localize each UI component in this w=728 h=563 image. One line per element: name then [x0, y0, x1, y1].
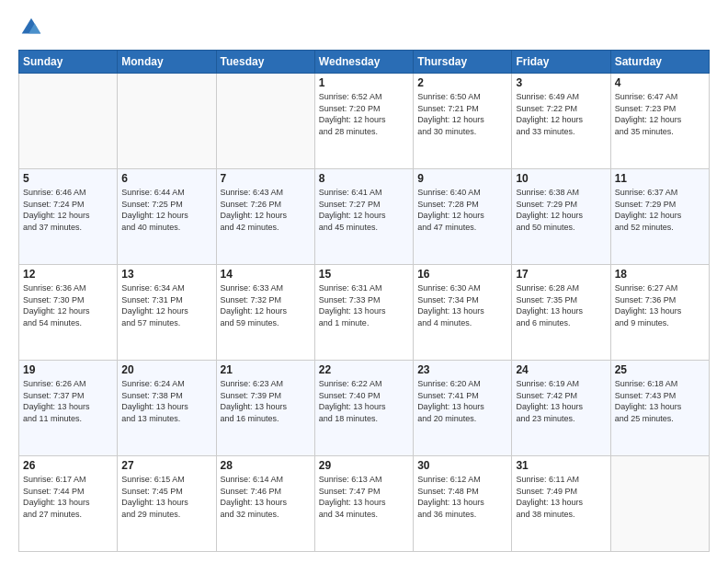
calendar-cell: 5Sunrise: 6:46 AM Sunset: 7:24 PM Daylig…: [19, 169, 118, 265]
col-header-sunday: Sunday: [19, 51, 118, 74]
day-info: Sunrise: 6:14 AM Sunset: 7:46 PM Dayligh…: [221, 474, 311, 520]
day-info: Sunrise: 6:40 AM Sunset: 7:28 PM Dayligh…: [417, 187, 507, 233]
calendar-cell: 26Sunrise: 6:17 AM Sunset: 7:44 PM Dayli…: [19, 456, 118, 552]
day-info: Sunrise: 6:33 AM Sunset: 7:32 PM Dayligh…: [221, 282, 311, 328]
day-number: 31: [516, 459, 606, 472]
day-info: Sunrise: 6:15 AM Sunset: 7:45 PM Dayligh…: [121, 474, 211, 520]
day-number: 3: [516, 76, 606, 89]
day-info: Sunrise: 6:34 AM Sunset: 7:31 PM Dayligh…: [121, 282, 211, 328]
calendar-cell: [216, 74, 314, 169]
calendar-cell: 7Sunrise: 6:43 AM Sunset: 7:26 PM Daylig…: [216, 169, 314, 265]
day-number: 6: [121, 172, 211, 185]
logo-icon: [18, 15, 44, 40]
calendar-cell: 9Sunrise: 6:40 AM Sunset: 7:28 PM Daylig…: [414, 169, 512, 265]
day-info: Sunrise: 6:22 AM Sunset: 7:40 PM Dayligh…: [319, 378, 409, 424]
calendar-cell: 16Sunrise: 6:30 AM Sunset: 7:34 PM Dayli…: [414, 265, 512, 361]
calendar-cell: 25Sunrise: 6:18 AM Sunset: 7:43 PM Dayli…: [610, 361, 709, 456]
day-info: Sunrise: 6:11 AM Sunset: 7:49 PM Dayligh…: [516, 474, 606, 520]
calendar-cell: 3Sunrise: 6:49 AM Sunset: 7:22 PM Daylig…: [512, 74, 610, 169]
day-number: 7: [221, 172, 311, 185]
calendar-cell: 23Sunrise: 6:20 AM Sunset: 7:41 PM Dayli…: [414, 361, 512, 456]
day-number: 4: [615, 76, 705, 89]
calendar-cell: 4Sunrise: 6:47 AM Sunset: 7:23 PM Daylig…: [610, 74, 709, 169]
day-number: 1: [319, 76, 409, 89]
col-header-wednesday: Wednesday: [314, 51, 413, 74]
day-info: Sunrise: 6:30 AM Sunset: 7:34 PM Dayligh…: [417, 282, 507, 328]
day-number: 25: [615, 363, 705, 376]
logo: [18, 15, 48, 40]
calendar-cell: 22Sunrise: 6:22 AM Sunset: 7:40 PM Dayli…: [314, 361, 413, 456]
day-number: 21: [221, 363, 311, 376]
calendar-cell: 31Sunrise: 6:11 AM Sunset: 7:49 PM Dayli…: [512, 456, 610, 552]
day-number: 30: [417, 459, 507, 472]
calendar-cell: 13Sunrise: 6:34 AM Sunset: 7:31 PM Dayli…: [118, 265, 216, 361]
calendar-week-3: 12Sunrise: 6:36 AM Sunset: 7:30 PM Dayli…: [19, 265, 710, 361]
calendar-cell: 17Sunrise: 6:28 AM Sunset: 7:35 PM Dayli…: [512, 265, 610, 361]
calendar-cell: 24Sunrise: 6:19 AM Sunset: 7:42 PM Dayli…: [512, 361, 610, 456]
day-number: 11: [615, 172, 705, 185]
day-info: Sunrise: 6:41 AM Sunset: 7:27 PM Dayligh…: [319, 187, 409, 233]
day-info: Sunrise: 6:17 AM Sunset: 7:44 PM Dayligh…: [23, 474, 113, 520]
day-info: Sunrise: 6:49 AM Sunset: 7:22 PM Dayligh…: [516, 91, 606, 137]
day-number: 8: [319, 172, 409, 185]
calendar-cell: [19, 74, 118, 169]
col-header-friday: Friday: [512, 51, 610, 74]
day-number: 29: [319, 459, 409, 472]
day-number: 12: [23, 268, 113, 281]
calendar-cell: 19Sunrise: 6:26 AM Sunset: 7:37 PM Dayli…: [19, 361, 118, 456]
calendar-cell: 28Sunrise: 6:14 AM Sunset: 7:46 PM Dayli…: [216, 456, 314, 552]
calendar-cell: 27Sunrise: 6:15 AM Sunset: 7:45 PM Dayli…: [118, 456, 216, 552]
day-number: 22: [319, 363, 409, 376]
day-number: 13: [121, 268, 211, 281]
day-info: Sunrise: 6:28 AM Sunset: 7:35 PM Dayligh…: [516, 282, 606, 328]
day-number: 19: [23, 363, 113, 376]
day-info: Sunrise: 6:24 AM Sunset: 7:38 PM Dayligh…: [121, 378, 211, 424]
calendar-cell: [610, 456, 709, 552]
day-number: 24: [516, 363, 606, 376]
calendar-cell: 12Sunrise: 6:36 AM Sunset: 7:30 PM Dayli…: [19, 265, 118, 361]
day-info: Sunrise: 6:44 AM Sunset: 7:25 PM Dayligh…: [121, 187, 211, 233]
header: [18, 15, 710, 40]
calendar-cell: 20Sunrise: 6:24 AM Sunset: 7:38 PM Dayli…: [118, 361, 216, 456]
day-info: Sunrise: 6:19 AM Sunset: 7:42 PM Dayligh…: [516, 378, 606, 424]
calendar-week-2: 5Sunrise: 6:46 AM Sunset: 7:24 PM Daylig…: [19, 169, 710, 265]
day-info: Sunrise: 6:37 AM Sunset: 7:29 PM Dayligh…: [615, 187, 705, 233]
day-number: 17: [516, 268, 606, 281]
day-number: 15: [319, 268, 409, 281]
calendar-cell: 29Sunrise: 6:13 AM Sunset: 7:47 PM Dayli…: [314, 456, 413, 552]
day-info: Sunrise: 6:18 AM Sunset: 7:43 PM Dayligh…: [615, 378, 705, 424]
col-header-monday: Monday: [118, 51, 216, 74]
day-number: 16: [417, 268, 507, 281]
calendar-cell: 6Sunrise: 6:44 AM Sunset: 7:25 PM Daylig…: [118, 169, 216, 265]
col-header-thursday: Thursday: [414, 51, 512, 74]
calendar-cell: 1Sunrise: 6:52 AM Sunset: 7:20 PM Daylig…: [314, 74, 413, 169]
calendar-cell: 8Sunrise: 6:41 AM Sunset: 7:27 PM Daylig…: [314, 169, 413, 265]
calendar-week-5: 26Sunrise: 6:17 AM Sunset: 7:44 PM Dayli…: [19, 456, 710, 552]
day-info: Sunrise: 6:36 AM Sunset: 7:30 PM Dayligh…: [23, 282, 113, 328]
day-number: 2: [417, 76, 507, 89]
calendar-cell: 14Sunrise: 6:33 AM Sunset: 7:32 PM Dayli…: [216, 265, 314, 361]
calendar-header-row: SundayMondayTuesdayWednesdayThursdayFrid…: [19, 51, 710, 74]
day-number: 28: [221, 459, 311, 472]
day-info: Sunrise: 6:23 AM Sunset: 7:39 PM Dayligh…: [221, 378, 311, 424]
day-number: 18: [615, 268, 705, 281]
day-number: 10: [516, 172, 606, 185]
calendar-cell: 18Sunrise: 6:27 AM Sunset: 7:36 PM Dayli…: [610, 265, 709, 361]
day-info: Sunrise: 6:46 AM Sunset: 7:24 PM Dayligh…: [23, 187, 113, 233]
day-number: 23: [417, 363, 507, 376]
calendar-cell: 10Sunrise: 6:38 AM Sunset: 7:29 PM Dayli…: [512, 169, 610, 265]
day-info: Sunrise: 6:26 AM Sunset: 7:37 PM Dayligh…: [23, 378, 113, 424]
day-info: Sunrise: 6:47 AM Sunset: 7:23 PM Dayligh…: [615, 91, 705, 137]
calendar-week-4: 19Sunrise: 6:26 AM Sunset: 7:37 PM Dayli…: [19, 361, 710, 456]
page: SundayMondayTuesdayWednesdayThursdayFrid…: [0, 0, 728, 563]
day-info: Sunrise: 6:38 AM Sunset: 7:29 PM Dayligh…: [516, 187, 606, 233]
day-number: 9: [417, 172, 507, 185]
day-info: Sunrise: 6:31 AM Sunset: 7:33 PM Dayligh…: [319, 282, 409, 328]
calendar-cell: 11Sunrise: 6:37 AM Sunset: 7:29 PM Dayli…: [610, 169, 709, 265]
day-info: Sunrise: 6:20 AM Sunset: 7:41 PM Dayligh…: [417, 378, 507, 424]
day-info: Sunrise: 6:52 AM Sunset: 7:20 PM Dayligh…: [319, 91, 409, 137]
col-header-tuesday: Tuesday: [216, 51, 314, 74]
day-info: Sunrise: 6:50 AM Sunset: 7:21 PM Dayligh…: [417, 91, 507, 137]
calendar-cell: 30Sunrise: 6:12 AM Sunset: 7:48 PM Dayli…: [414, 456, 512, 552]
day-info: Sunrise: 6:27 AM Sunset: 7:36 PM Dayligh…: [615, 282, 705, 328]
